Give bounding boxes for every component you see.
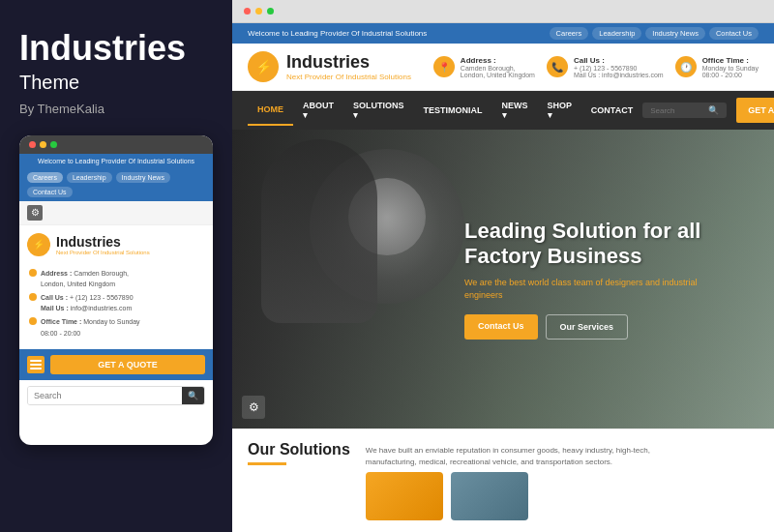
site-header: ⚡ Industries Next Provider Of Industrial… bbox=[232, 44, 774, 91]
clock-icon: 🕐 bbox=[675, 56, 697, 77]
browser-close-dot bbox=[244, 8, 251, 15]
minimize-dot bbox=[40, 141, 46, 148]
mobile-logo-name: Industries bbox=[56, 234, 150, 250]
logo-name: Industries bbox=[286, 52, 411, 73]
logo-icon: ⚡ bbox=[248, 51, 279, 82]
nav-home[interactable]: HOME bbox=[248, 95, 293, 126]
hours-dot-icon bbox=[29, 317, 37, 325]
mobile-search-input[interactable] bbox=[28, 387, 182, 404]
header-info: 📍 Address : Camden Borough,London, Unite… bbox=[433, 56, 759, 78]
gear-icon[interactable]: ⚙ bbox=[27, 205, 43, 221]
solutions-section: Our Solutions We have built an enviable … bbox=[232, 429, 774, 532]
mobile-announcement: Welcome to Leading Provider Of Industria… bbox=[19, 154, 213, 168]
mobile-logo-tagline: Next Provider Of Industrial Solutions bbox=[56, 250, 150, 255]
left-panel: Industries Theme By ThemeKalia Welcome t… bbox=[0, 0, 232, 532]
hero-buttons: Contact Us Our Services bbox=[464, 314, 735, 340]
nav-search-area: 🔍 bbox=[642, 103, 727, 118]
phone-dot-icon bbox=[29, 293, 37, 301]
announcement-text: Welcome to Leading Provider Of Industria… bbox=[248, 29, 427, 38]
maximize-dot bbox=[50, 141, 57, 148]
announcement-links: Careers Leadership Industry News Contact… bbox=[550, 27, 759, 40]
theme-title: Industries bbox=[19, 29, 213, 68]
ann-link-industry-news[interactable]: Industry News bbox=[645, 27, 705, 40]
hero-gear-icon[interactable]: ⚙ bbox=[242, 396, 265, 419]
mobile-contact-address: Address : Camden Borough,London, United … bbox=[29, 268, 203, 289]
logo-tagline: Next Provider Of Industrial Solutions bbox=[286, 73, 411, 81]
ann-link-leadership[interactable]: Leadership bbox=[592, 27, 641, 40]
browser-minimize-dot bbox=[255, 8, 262, 15]
mobile-contact-info: Address : Camden Borough,London, United … bbox=[19, 264, 213, 345]
site-navigation: HOME ABOUT ▾ SOLUTIONS ▾ TESTIMONIAL NEW… bbox=[232, 91, 774, 130]
hero-description: We are the best world class team of desi… bbox=[464, 277, 735, 301]
phone-icon: 📞 bbox=[547, 56, 568, 77]
nav-shop[interactable]: SHOP ▾ bbox=[538, 91, 581, 130]
hero-content: Leading Solution for all Factory Busines… bbox=[464, 219, 735, 340]
solutions-title: Our Solutions bbox=[248, 441, 350, 458]
ham-line-2 bbox=[30, 364, 42, 366]
mobile-contact-phone: Call Us : + (12) 123 - 5567890Mail Us : … bbox=[29, 292, 203, 313]
mobile-logo-icon: ⚡ bbox=[27, 233, 50, 256]
solutions-heading: Our Solutions bbox=[248, 441, 350, 520]
browser-maximize-dot bbox=[267, 8, 274, 15]
mobile-browser-dots bbox=[19, 135, 213, 154]
nav-about[interactable]: ABOUT ▾ bbox=[293, 91, 343, 130]
header-address: 📍 Address : Camden Borough,London, Unite… bbox=[433, 56, 535, 78]
announcement-bar: Welcome to Leading Provider Of Industria… bbox=[232, 23, 774, 44]
mobile-nav-pills: Careers Leadership Industry News Contact… bbox=[19, 168, 213, 201]
mobile-pill-careers[interactable]: Careers bbox=[27, 172, 63, 183]
site-logo: ⚡ Industries Next Provider Of Industrial… bbox=[248, 51, 411, 82]
ann-link-careers[interactable]: Careers bbox=[550, 27, 589, 40]
ham-line-1 bbox=[30, 360, 42, 362]
header-hours: 🕐 Office Time : Monday to Sunday08:00 - … bbox=[675, 56, 759, 78]
hamburger-icon[interactable] bbox=[27, 356, 45, 373]
solutions-underline bbox=[248, 462, 286, 465]
nav-solutions[interactable]: SOLUTIONS ▾ bbox=[343, 91, 414, 130]
address-dot-icon bbox=[29, 269, 37, 277]
solutions-description: We have built an enviable reputation in … bbox=[366, 445, 656, 468]
mobile-pill-leadership[interactable]: Leadership bbox=[67, 172, 112, 183]
hero-services-button[interactable]: Our Services bbox=[546, 314, 629, 340]
nav-news[interactable]: NEWS ▾ bbox=[492, 91, 538, 130]
mobile-settings-bar: ⚙ bbox=[19, 201, 213, 225]
website-content: Welcome to Leading Provider Of Industria… bbox=[232, 23, 774, 532]
solutions-images bbox=[366, 472, 656, 520]
worker-silhouette bbox=[261, 139, 377, 323]
hero-section: Leading Solution for all Factory Busines… bbox=[232, 130, 774, 429]
mobile-contact-hours: Office Time : Monday to Sunday08:00 - 20… bbox=[29, 316, 203, 338]
solution-image-1 bbox=[366, 472, 443, 520]
close-dot bbox=[29, 141, 36, 148]
mobile-pill-industry-news[interactable]: Industry News bbox=[116, 172, 170, 183]
right-panel: Welcome to Leading Provider Of Industria… bbox=[232, 0, 774, 532]
address-icon: 📍 bbox=[433, 56, 455, 77]
browser-chrome bbox=[232, 0, 774, 23]
nav-search-input[interactable] bbox=[650, 106, 708, 115]
mobile-logo: ⚡ Industries Next Provider Of Industrial… bbox=[19, 225, 213, 264]
theme-by: By ThemeKalia bbox=[19, 102, 213, 116]
header-phone: 📞 Call Us : + (12) 123 - 5567890Mail Us … bbox=[547, 56, 664, 78]
theme-subtitle: Theme bbox=[19, 72, 213, 94]
mobile-cta-bar: GET A QUOTE bbox=[19, 349, 213, 380]
mobile-pill-contact[interactable]: Contact Us bbox=[27, 187, 73, 197]
mobile-search-button[interactable]: 🔍 bbox=[182, 387, 204, 404]
mobile-cta-button[interactable]: GET A QUOTE bbox=[50, 355, 205, 374]
nav-search-button[interactable]: 🔍 bbox=[708, 105, 719, 115]
nav-cta-button[interactable]: GET A QUOTE bbox=[736, 98, 774, 123]
ham-line-3 bbox=[30, 368, 42, 369]
hero-title: Leading Solution for all Factory Busines… bbox=[464, 219, 735, 270]
nav-contact[interactable]: CONTACT bbox=[581, 96, 642, 125]
mobile-preview: Welcome to Leading Provider Of Industria… bbox=[19, 135, 213, 445]
hero-contact-button[interactable]: Contact Us bbox=[464, 314, 538, 340]
solution-image-2 bbox=[451, 472, 528, 520]
mobile-search-bar: 🔍 bbox=[27, 386, 205, 405]
nav-testimonial[interactable]: TESTIMONIAL bbox=[414, 96, 492, 125]
ann-link-contact[interactable]: Contact Us bbox=[709, 27, 759, 40]
